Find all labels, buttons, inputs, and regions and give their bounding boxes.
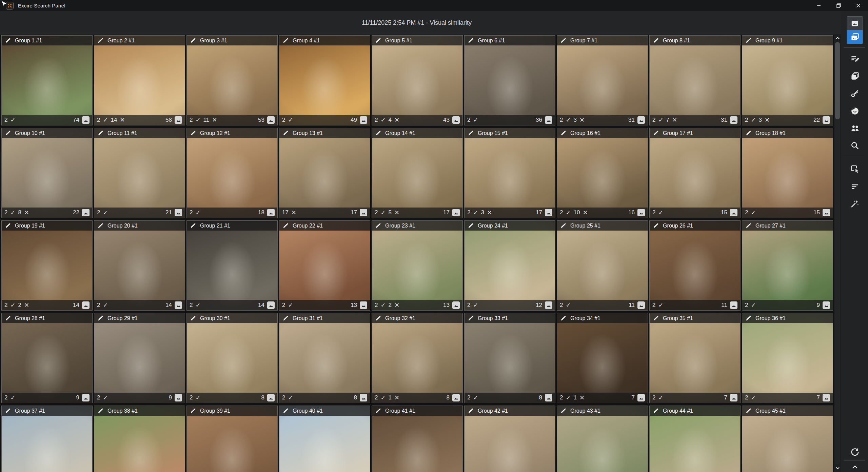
group-card[interactable]: Group 43 #1 — [557, 406, 648, 472]
group-thumbnail[interactable] — [557, 313, 648, 403]
edit-group-icon[interactable] — [468, 37, 474, 44]
minimize-button[interactable] — [809, 0, 829, 11]
group-stack-view-icon[interactable] — [847, 30, 863, 44]
group-card[interactable]: Group 8 #1 2 ✓ 7 ✕ 31 — [649, 35, 741, 125]
refresh-icon[interactable] — [850, 447, 860, 457]
group-thumbnail[interactable] — [2, 128, 92, 218]
group-card[interactable]: Group 18 #1 2 ✓ 15 — [742, 128, 833, 218]
edit-group-icon[interactable] — [745, 37, 752, 44]
single-image-view-icon[interactable] — [847, 17, 863, 30]
edit-group-icon[interactable] — [282, 408, 289, 414]
group-thumbnail[interactable] — [372, 221, 462, 310]
edit-group-icon[interactable] — [375, 408, 381, 414]
group-card[interactable]: Group 30 #1 2 ✓ 8 — [186, 313, 278, 403]
annotate-list-icon[interactable] — [850, 54, 860, 64]
group-thumbnail[interactable] — [187, 36, 277, 125]
group-thumbnail[interactable] — [2, 221, 92, 310]
edit-group-icon[interactable] — [97, 222, 104, 229]
group-card[interactable]: Group 16 #1 2 ✓ 10 ✕ 16 — [557, 128, 648, 218]
edit-group-icon[interactable] — [190, 315, 196, 321]
edit-group-icon[interactable] — [745, 408, 752, 414]
edit-group-icon[interactable] — [5, 130, 11, 136]
group-card[interactable]: Group 40 #1 — [279, 406, 370, 472]
group-thumbnail[interactable] — [187, 128, 277, 218]
edit-group-icon[interactable] — [5, 315, 11, 321]
edit-group-icon[interactable] — [190, 222, 196, 229]
group-thumbnail[interactable] — [557, 128, 648, 218]
group-thumbnail[interactable] — [650, 36, 740, 125]
group-thumbnail[interactable] — [465, 313, 555, 403]
group-thumbnail[interactable] — [187, 221, 277, 310]
edit-group-icon[interactable] — [5, 37, 11, 44]
group-thumbnail[interactable] — [557, 36, 648, 125]
group-card[interactable]: Group 15 #1 2 ✓ 3 ✕ 17 — [464, 128, 555, 218]
edit-group-icon[interactable] — [190, 37, 196, 44]
group-thumbnail[interactable] — [94, 36, 185, 125]
group-thumbnail[interactable] — [742, 36, 833, 125]
edit-group-icon[interactable] — [653, 37, 659, 44]
group-card[interactable]: Group 4 #1 2 ✓ 49 — [279, 35, 370, 125]
group-thumbnail[interactable] — [742, 406, 833, 472]
hand-select-icon[interactable] — [850, 164, 860, 174]
group-card[interactable]: Group 36 #1 2 ✓ 7 — [742, 313, 833, 403]
group-card[interactable]: Group 28 #1 2 ✓ 9 — [1, 313, 93, 403]
group-thumbnail[interactable] — [742, 221, 833, 310]
scroll-up-button[interactable] — [834, 35, 841, 41]
group-thumbnail[interactable] — [2, 313, 92, 403]
edit-group-icon[interactable] — [375, 130, 381, 136]
edit-group-icon[interactable] — [468, 130, 474, 136]
edit-group-icon[interactable] — [97, 37, 104, 44]
group-card[interactable]: Group 7 #1 2 ✓ 3 ✕ 31 — [557, 35, 648, 125]
group-thumbnail[interactable] — [187, 313, 277, 403]
group-card[interactable]: Group 42 #1 — [464, 406, 555, 472]
group-card[interactable]: Group 32 #1 2 ✓ 1 ✕ 8 — [372, 313, 463, 403]
group-card[interactable]: Group 22 #1 2 ✓ 13 — [279, 220, 370, 311]
group-card[interactable]: Group 17 #1 2 ✓ 15 — [649, 128, 741, 218]
group-card[interactable]: Group 1 #1 2 ✓ 74 — [1, 35, 93, 125]
sort-lines-icon[interactable] — [850, 181, 860, 192]
edit-group-icon[interactable] — [745, 222, 752, 229]
group-card[interactable]: Group 23 #1 2 ✓ 2 ✕ 13 — [372, 220, 463, 311]
group-card[interactable]: Group 19 #1 2 ✓ 2 ✕ 14 — [1, 220, 93, 311]
close-button[interactable] — [848, 0, 868, 11]
edit-group-icon[interactable] — [282, 222, 289, 229]
edit-group-icon[interactable] — [560, 222, 567, 229]
group-thumbnail[interactable] — [94, 221, 185, 310]
group-thumbnail[interactable] — [465, 221, 555, 310]
magic-wand-icon[interactable] — [850, 199, 860, 209]
edit-group-icon[interactable] — [560, 408, 567, 414]
group-card[interactable]: Group 26 #1 2 ✓ 11 — [649, 220, 741, 311]
group-thumbnail[interactable] — [279, 406, 370, 472]
group-card[interactable]: Group 45 #1 — [742, 406, 833, 472]
group-card[interactable]: Group 20 #1 2 ✓ 14 — [94, 220, 185, 311]
vertical-scrollbar[interactable] — [834, 34, 841, 472]
group-card[interactable]: Group 33 #1 2 ✓ 8 — [464, 313, 555, 403]
group-card[interactable]: Group 29 #1 2 ✓ 9 — [94, 313, 185, 403]
group-thumbnail[interactable] — [650, 221, 740, 310]
group-thumbnail[interactable] — [742, 128, 833, 218]
group-thumbnail[interactable] — [372, 128, 462, 218]
group-thumbnail[interactable] — [279, 221, 370, 310]
edit-group-icon[interactable] — [745, 130, 752, 136]
group-card[interactable]: Group 34 #1 2 ✓ 1 ✕ 7 — [557, 313, 648, 403]
edit-group-icon[interactable] — [560, 130, 567, 136]
chevron-up-icon[interactable] — [850, 463, 860, 471]
edit-group-icon[interactable] — [97, 315, 104, 321]
search-icon[interactable] — [850, 140, 860, 151]
group-card[interactable]: Group 3 #1 2 ✓ 11 ✕ 53 — [186, 35, 278, 125]
group-thumbnail[interactable] — [465, 128, 555, 218]
people-icon[interactable] — [850, 123, 860, 133]
scrollbar-thumb[interactable] — [835, 42, 840, 119]
edit-group-icon[interactable] — [560, 315, 567, 321]
group-card[interactable]: Group 39 #1 — [186, 406, 278, 472]
group-card[interactable]: Group 31 #1 2 ✓ 8 — [279, 313, 370, 403]
edit-group-icon[interactable] — [468, 315, 474, 321]
group-card[interactable]: Group 2 #1 2 ✓ 14 ✕ 58 — [94, 35, 185, 125]
group-card[interactable]: Group 21 #1 2 ✓ 14 — [186, 220, 278, 311]
edit-group-icon[interactable] — [190, 130, 196, 136]
group-card[interactable]: Group 37 #1 — [1, 406, 93, 472]
edit-group-icon[interactable] — [282, 37, 289, 44]
group-thumbnail[interactable] — [557, 406, 648, 472]
group-thumbnail[interactable] — [187, 406, 277, 472]
group-card[interactable]: Group 11 #1 2 ✓ 21 — [94, 128, 185, 218]
